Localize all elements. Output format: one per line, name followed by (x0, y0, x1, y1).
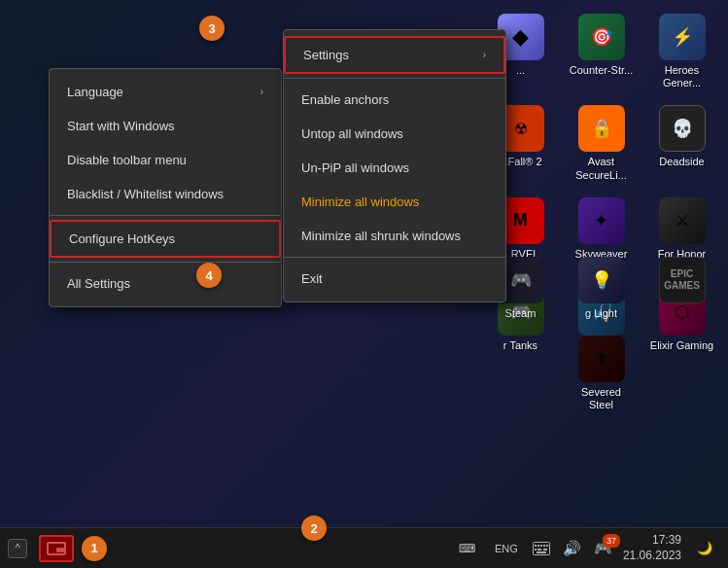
counter-label: Counter-Str... (570, 64, 633, 77)
submenu-item-settings[interactable]: Settings › (284, 36, 505, 74)
keyboard-layout-icon[interactable] (530, 537, 553, 560)
avast-icon: 🔒 (578, 105, 625, 152)
bubble-2: 2 (301, 515, 327, 541)
settings-submenu: Settings › Enable anchors Untop all wind… (283, 29, 506, 302)
taskbar-right: ⌨ ENG 🔊 🎮 (452, 533, 720, 564)
menu-item-start-windows[interactable]: Start with Windows (50, 109, 281, 143)
keyboard-icon[interactable]: ⌨ (452, 533, 483, 564)
bubble-1: 1 (82, 536, 107, 561)
desktop-icon-counter[interactable]: 🎯 Counter-Str... (565, 10, 638, 93)
svg-rect-1 (56, 548, 64, 552)
forhonor-icon: ⚔ (659, 197, 706, 244)
deadside-icon: 💀 (659, 105, 706, 152)
desktop-icon-avast[interactable]: 🔒 Avast SecureLi... (565, 101, 638, 185)
pip-icon (47, 542, 66, 555)
svg-rect-8 (535, 549, 537, 550)
taskbar-left: ^ 1 (8, 535, 107, 562)
chevron-right-icon-2: › (483, 50, 486, 60)
svg-rect-3 (535, 545, 537, 547)
submenu-item-minimize-all[interactable]: Minimize all windows (284, 185, 505, 219)
menu-divider-2 (50, 262, 281, 263)
svg-rect-4 (537, 545, 539, 547)
steam-badge: 37 (603, 534, 620, 548)
submenu-divider-2 (284, 257, 505, 258)
svg-rect-6 (543, 545, 545, 547)
svg-rect-11 (537, 551, 546, 553)
tray-expand-button[interactable]: ^ (8, 539, 27, 558)
desktop-icon-epic[interactable]: EPICGAMES (645, 253, 718, 324)
svg-rect-9 (537, 549, 541, 550)
submenu-item-untop[interactable]: Untop all windows (284, 117, 505, 151)
bubble-3: 3 (199, 16, 225, 41)
desktop: ◆ ... 🎯 Counter-Str... ⚡ Heroes Gener...… (0, 0, 728, 568)
heroes-icon: ⚡ (659, 14, 706, 60)
desktop-icon-deadside[interactable]: 💀 Deadside (645, 101, 718, 185)
bubble-4: 4 (196, 263, 222, 288)
severed-label: Severed Steel (569, 386, 634, 411)
desktop-icon-lighting[interactable]: 💡 g Light (565, 253, 638, 324)
counter-strike-icon: 🎯 (578, 14, 625, 60)
submenu-item-exit[interactable]: Exit (284, 262, 505, 296)
deadside-label: Deadside (659, 156, 704, 168)
severed-icon: 🗡 (578, 336, 625, 382)
heroes-label: Heroes Gener... (649, 64, 714, 89)
submenu-item-minimize-shrunk[interactable]: Minimize all shrunk windows (284, 219, 505, 253)
menu-divider-1 (50, 215, 281, 216)
lighting-label: g Light (585, 307, 617, 320)
skyweaver-icon: ✦ (578, 197, 625, 244)
avast-label: Avast SecureLi... (569, 156, 634, 181)
desktop-icon-severed[interactable]: 🗡 Severed Steel (565, 332, 638, 415)
clock-display[interactable]: 17:39 21.06.2023 (623, 533, 681, 563)
main-context-menu: Language › Start with Windows Disable to… (49, 68, 282, 307)
menu-item-blacklist[interactable]: Blacklist / Whitelist windows (50, 177, 281, 211)
svg-rect-10 (543, 549, 547, 550)
taskbar: ^ 1 2 ⌨ ENG (0, 527, 728, 568)
lighting-icon: 💡 (578, 257, 625, 303)
diamond-label: ... (516, 64, 525, 77)
epic-icon: EPICGAMES (659, 257, 706, 303)
submenu-item-unpip[interactable]: Un-PiP all windows (284, 151, 505, 185)
volume-icon[interactable]: 🔊 (561, 537, 584, 560)
svg-rect-5 (540, 545, 542, 547)
desktop-icon-heroes[interactable]: ⚡ Heroes Gener... (645, 10, 718, 93)
language-indicator[interactable]: ENG (491, 533, 522, 564)
keyboard-svg-icon (533, 542, 550, 555)
pip-window-indicator[interactable] (39, 535, 74, 562)
menu-item-all-settings[interactable]: All Settings (50, 266, 281, 301)
submenu-divider-1 (284, 78, 505, 79)
svg-rect-7 (546, 545, 548, 547)
menu-item-disable-toolbar[interactable]: Disable toolbar menu (50, 143, 281, 177)
steam-tray-icon[interactable]: 🎮 37 (592, 537, 615, 560)
notifications-icon[interactable]: 🌙 (689, 533, 720, 564)
submenu-item-anchors[interactable]: Enable anchors (284, 83, 505, 117)
steam-label: Steam (505, 307, 537, 320)
menu-item-hotkeys[interactable]: Configure HotKeys (50, 220, 281, 258)
menu-item-language[interactable]: Language › (50, 75, 281, 109)
chevron-right-icon: › (260, 87, 263, 97)
